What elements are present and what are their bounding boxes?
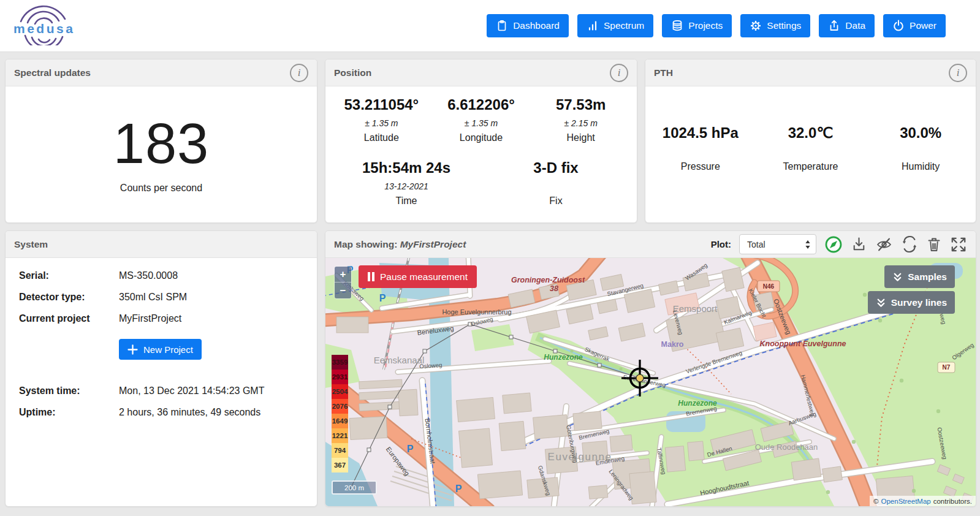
current-project-value: MyFirstProject	[119, 313, 303, 324]
brand-text: medusa	[13, 21, 75, 36]
survey-lines-label: Survey lines	[891, 297, 947, 308]
zoom-out-button[interactable]: −	[335, 283, 351, 298]
pth-card: PTH i 1024.5 hPa Pressure 32.0℃ Temperat…	[645, 59, 976, 223]
longitude-label: Longitude	[431, 132, 531, 143]
map-label: Makro	[661, 340, 684, 349]
latitude-label: Latitude	[332, 132, 431, 143]
nav-spectrum-button[interactable]: Spectrum	[577, 14, 653, 37]
nav-data-button[interactable]: Data	[819, 14, 875, 37]
download-icon	[851, 236, 867, 252]
trash-icon	[926, 236, 942, 253]
spectral-card-header: Spectral updates i	[6, 59, 317, 86]
pressure-value: 1024.5 hPa	[645, 124, 756, 142]
refresh-icon	[901, 236, 918, 252]
main-nav: Dashboard Spectrum Projects	[487, 14, 946, 37]
expand-icon	[950, 236, 967, 253]
system-body: Serial: MS-350.0008 Detector type: 350ml…	[6, 258, 317, 418]
map-label: Knooppunt Euvelgunne	[760, 340, 846, 348]
height-item: 57.53m ± 2.15 m Height	[531, 96, 631, 143]
info-icon[interactable]: i	[290, 64, 308, 82]
pth-body: 1024.5 hPa Pressure 32.0℃ Temperature 30…	[645, 86, 976, 172]
scale-label: 200 m	[344, 484, 364, 491]
select-caret-icon	[805, 240, 811, 249]
map-toolbar: Plot: Total	[711, 234, 967, 254]
pth-card-header: PTH i	[645, 59, 976, 86]
compass-button[interactable]	[824, 235, 843, 254]
time-value: 15h:54m 24s	[332, 159, 481, 176]
map-label: Eemskanaal	[374, 355, 425, 365]
time-item: 15h:54m 24s 13-12-2021 Time	[332, 159, 481, 207]
survey-lines-button[interactable]: Survey lines	[868, 291, 955, 314]
position-card-title: Position	[334, 67, 371, 78]
temperature-label: Temperature	[756, 161, 866, 172]
chevron-double-down-icon	[892, 271, 903, 283]
refresh-button[interactable]	[901, 236, 918, 252]
nav-dashboard-label: Dashboard	[513, 20, 560, 31]
serial-value: MS-350.0008	[119, 270, 303, 281]
pth-card-title: PTH	[654, 67, 673, 78]
plot-select[interactable]: Total	[739, 234, 816, 254]
temperature-value: 32.0℃	[756, 124, 866, 142]
map-label: Groningen-Zuidoost	[511, 276, 585, 284]
map-label: Oude Roodehaan	[755, 442, 818, 452]
download-button[interactable]	[851, 236, 867, 252]
nav-settings-button[interactable]: Settings	[740, 14, 810, 37]
latitude-accuracy: ± 1.35 m	[332, 118, 431, 129]
top-bar: medusa Dashboard Spectrum	[0, 0, 980, 52]
pause-measurement-button[interactable]: Pause measurement	[359, 265, 477, 288]
info-icon[interactable]: i	[949, 64, 967, 82]
clipboard-icon	[496, 20, 508, 32]
chevron-double-down-icon	[876, 297, 886, 308]
attribution-suffix: contributors.	[933, 498, 972, 505]
counts-value: 183	[113, 115, 210, 172]
fix-item: 3-D fix Fix	[481, 159, 631, 207]
height-accuracy: ± 2.15 m	[531, 118, 631, 129]
nav-data-label: Data	[845, 20, 865, 31]
medusa-logo: medusa	[9, 5, 79, 48]
system-card-title: System	[14, 239, 48, 250]
fix-value: 3-D fix	[481, 159, 631, 176]
system-time-label: System time:	[19, 385, 119, 396]
uptime-value: 2 hours, 36 minutes, 49 seconds	[119, 407, 303, 418]
nav-projects-button[interactable]: Projects	[662, 14, 732, 37]
uptime-row: Uptime: 2 hours, 36 minutes, 49 seconds	[19, 407, 303, 418]
spectral-body: 183 Counts per second	[6, 86, 317, 223]
new-project-button[interactable]: New Project	[119, 339, 202, 360]
dashboard-page: medusa Dashboard Spectrum	[0, 0, 980, 516]
system-card: System Serial: MS-350.0008 Detector type…	[5, 230, 317, 507]
info-icon[interactable]: i	[610, 64, 628, 82]
openstreetmap-link[interactable]: OpenStreetMap	[881, 498, 931, 505]
delete-button[interactable]	[926, 236, 942, 253]
nav-dashboard-button[interactable]: Dashboard	[487, 14, 569, 37]
eye-off-icon	[875, 236, 893, 252]
position-body: 53.211054° ± 1.35 m Latitude 6.612206° ±…	[325, 86, 637, 207]
plus-icon	[127, 344, 138, 355]
longitude-value: 6.612206°	[431, 96, 531, 113]
system-card-header: System	[6, 231, 317, 258]
spectral-card-title: Spectral updates	[14, 67, 91, 78]
new-project-label: New Project	[143, 344, 193, 355]
database-icon	[671, 20, 683, 32]
serial-row: Serial: MS-350.0008	[19, 270, 303, 281]
export-icon	[828, 20, 840, 32]
nav-power-button[interactable]: Power	[883, 14, 946, 37]
legend-value: 794	[332, 443, 348, 458]
fullscreen-button[interactable]	[950, 236, 967, 253]
map-scale-bar: 200 m	[332, 480, 377, 495]
detector-type-row: Detector type: 350ml CsI SPM	[19, 292, 303, 303]
legend-value: 2076	[332, 399, 348, 414]
height-value: 57.53m	[531, 96, 631, 113]
system-time-value: Mon, 13 Dec 2021 14:54:23 GMT	[119, 385, 303, 396]
power-icon	[892, 20, 905, 32]
map-canvas[interactable]: N46 N7 P P P P Groningen-Zuidoost 38 Sta…	[325, 258, 976, 506]
legend-value: 1221	[332, 428, 348, 443]
hide-layers-button[interactable]	[875, 236, 893, 252]
nav-spectrum-label: Spectrum	[604, 20, 644, 31]
spectral-updates-card: Spectral updates i 183 Counts per second	[5, 59, 317, 223]
parking-icon: P	[379, 293, 386, 303]
zoom-in-button[interactable]: +	[335, 267, 351, 283]
longitude-item: 6.612206° ± 1.35 m Longitude	[431, 96, 531, 143]
date-value: 13-12-2021	[332, 181, 481, 192]
samples-button[interactable]: Samples	[884, 265, 955, 288]
legend-value: 1649	[332, 414, 348, 428]
